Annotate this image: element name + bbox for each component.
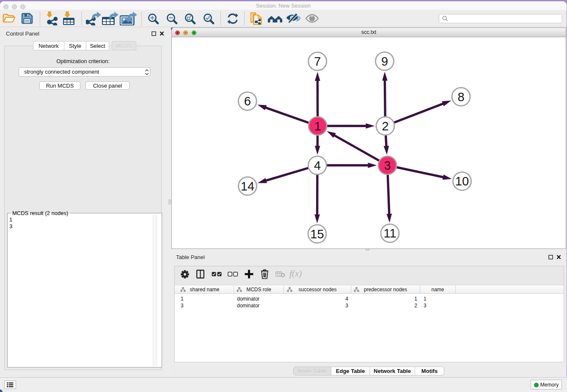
- svg-text:15: 15: [310, 227, 324, 241]
- svg-text:6: 6: [244, 94, 251, 108]
- svg-text:3: 3: [384, 159, 391, 172]
- svg-text:8: 8: [457, 90, 464, 104]
- svg-text:2: 2: [382, 119, 388, 133]
- svg-text:1: 1: [314, 119, 321, 133]
- svg-text:7: 7: [314, 55, 321, 68]
- svg-text:4: 4: [314, 159, 321, 172]
- svg-text:14: 14: [241, 179, 254, 193]
- svg-text:10: 10: [455, 174, 469, 188]
- svg-text:11: 11: [383, 226, 396, 240]
- svg-text:9: 9: [381, 55, 388, 68]
